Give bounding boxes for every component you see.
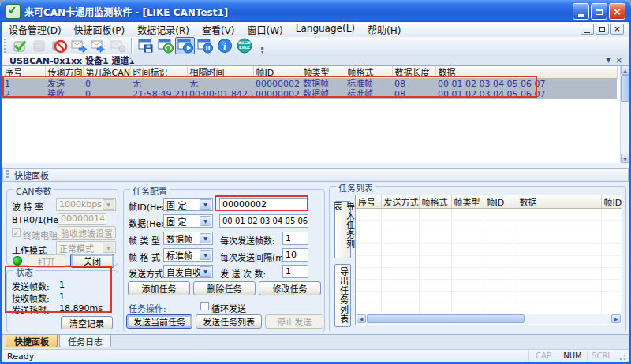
message-table: 序号传输方向第几路CAN时间标识相隔时间帧ID帧类型帧格式数据长度数据1发送0无… (2, 65, 620, 163)
task-column-header[interactable]: 帧ID (484, 195, 517, 209)
send-current-task-button[interactable]: 发送当前任务 (126, 314, 192, 329)
record-disabled-icon (110, 37, 127, 54)
interval-label: 每次发送间隔(ms) (220, 251, 292, 263)
frame-id-input[interactable]: 00000002 (219, 198, 308, 211)
column-header[interactable]: 序号 (2, 65, 45, 79)
maximize-button[interactable] (591, 3, 607, 20)
column-header[interactable]: 数据长度 (392, 65, 435, 79)
minimize-button[interactable] (573, 3, 589, 20)
open-device-button[interactable] (9, 37, 29, 54)
task-column-header[interactable]: 帧类型 (451, 195, 484, 209)
task-column-header[interactable]: 序号 (356, 195, 381, 209)
modify-task-button[interactable]: 修改任务 (259, 281, 321, 295)
menu-item-5[interactable]: Language(L) (289, 21, 361, 38)
menu-item-0[interactable]: 设备管理(D) (2, 21, 68, 38)
send-times-input[interactable]: 1 (282, 265, 308, 278)
task-empty-row[interactable] (356, 209, 622, 221)
mdi-close-button[interactable]: × (610, 24, 624, 35)
column-header[interactable]: 时间标识 (130, 65, 187, 79)
pause-display-button[interactable] (195, 37, 215, 54)
tab-usbcan-channel[interactable]: USBCAN-0x1xx 设备1 通道1 × (3, 54, 136, 65)
close-button[interactable]: × (609, 3, 625, 20)
start-display-button[interactable] (175, 37, 195, 54)
task-cell (419, 256, 451, 268)
column-header[interactable]: 相隔时间 (187, 65, 253, 79)
dock-panel-caption[interactable]: 快捷面板 (2, 168, 629, 182)
column-header[interactable]: 帧类型 (301, 65, 345, 79)
add-task-button[interactable]: 添加任务 (128, 281, 190, 295)
bottom-tab-inactive[interactable]: 任务日志 (59, 335, 111, 347)
task-empty-row[interactable] (356, 256, 622, 268)
column-header[interactable]: 数据 (435, 65, 617, 79)
tab-list-dropdown-button[interactable]: ▼ (606, 56, 611, 64)
message-cell: 数据帧 (301, 79, 345, 90)
toolbar-grip[interactable] (4, 39, 6, 53)
resize-grip[interactable] (616, 351, 627, 362)
frame-type-combo[interactable]: 数据帧 ▼ (163, 232, 213, 245)
export-task-list-button[interactable]: 导出任务列表 (334, 264, 351, 327)
delete-task-button[interactable]: 删除任务 (193, 281, 256, 295)
send-frame-button[interactable] (69, 37, 88, 54)
send-file-button[interactable] (88, 37, 108, 54)
message-row[interactable]: 1发送0无无00000002数据帧标准帧0800 01 02 03 04 05 … (2, 79, 617, 90)
mdi-minimize-button[interactable] (581, 24, 594, 35)
data-mode-combo[interactable]: 固 定 ▼ (163, 214, 213, 228)
task-empty-row[interactable] (356, 244, 622, 256)
task-cell (517, 268, 601, 280)
import-task-list-button[interactable]: 导入任务列表 (334, 201, 351, 258)
loop-send-checkbox[interactable] (200, 302, 209, 310)
menu-item-3[interactable]: 查看(V) (196, 21, 241, 38)
baud-label: 波 特 率 (12, 200, 43, 213)
task-empty-row[interactable] (356, 221, 622, 232)
bottom-tab-active[interactable]: 快捷面板 (6, 335, 58, 347)
task-column-header[interactable]: 帧ID方 (601, 195, 622, 209)
scroll-left-button[interactable]: ◀ (357, 314, 366, 323)
task-empty-row[interactable] (356, 268, 622, 280)
toolbar-overflow-button[interactable]: ▪▾ (259, 38, 266, 54)
task-cell (451, 256, 484, 268)
frame-id-mode-combo[interactable]: 固 定 ▼ (163, 198, 213, 211)
scroll-right-button[interactable]: ▶ (611, 314, 621, 323)
hscroll-thumb[interactable] (367, 314, 525, 323)
task-cell (484, 292, 517, 303)
task-empty-row[interactable] (356, 292, 622, 303)
about-info-button[interactable]: i (215, 37, 234, 54)
device-disabled-button[interactable] (29, 37, 49, 54)
toolbar: i CAN LIKE ▪▾ (2, 37, 629, 54)
message-row[interactable]: 2接收021:58:49.210.84000:00:01.842.2000000… (2, 89, 617, 99)
tab-close-button[interactable]: × (616, 56, 622, 65)
send-task-list-button[interactable]: 发送任务列表 (196, 314, 262, 329)
task-cell (381, 280, 419, 292)
menu-item-2[interactable]: 数据记录(R) (131, 21, 196, 38)
elapsed-value: 18.890ms (59, 303, 103, 314)
column-header[interactable]: 第几路CAN (83, 65, 130, 79)
menu-item-4[interactable]: 窗口(W) (241, 21, 289, 38)
message-cell: 08 (392, 79, 435, 90)
column-header[interactable]: 传输方向 (45, 65, 83, 79)
save-data-button[interactable] (136, 37, 155, 54)
task-column-header[interactable]: 帧格式 (419, 195, 451, 209)
menu-item-1[interactable]: 快捷面板(P) (68, 21, 132, 38)
like-logo-button[interactable]: CAN LIKE (234, 37, 254, 54)
tab-close-icon[interactable]: × (140, 56, 146, 65)
task-empty-row[interactable] (356, 280, 622, 292)
clear-record-button[interactable]: 清空记录 (61, 316, 113, 329)
task-column-header[interactable]: 发送方式 (381, 195, 419, 209)
per-count-input[interactable]: 1 (282, 232, 308, 245)
frame-format-combo[interactable]: 标准帧 ▼ (163, 248, 213, 262)
close-device-button[interactable] (49, 37, 69, 54)
send-mode-combo[interactable]: 自发自收 ▼ (163, 265, 213, 278)
message-cell: 1 (2, 79, 45, 90)
record-disabled-button[interactable] (108, 37, 128, 54)
menu-item-6[interactable]: 帮助(H) (361, 21, 407, 38)
mdi-restore-button[interactable] (596, 24, 609, 35)
column-header[interactable]: 帧ID (253, 65, 301, 79)
data-input[interactable]: 00 01 02 03 04 05 06 07 (219, 214, 308, 228)
task-list-hscrollbar[interactable]: ◀ ▶ (357, 314, 621, 324)
interval-input[interactable]: 10 (282, 248, 308, 262)
task-column-header[interactable]: 数据 (517, 195, 601, 209)
refresh-display-button[interactable] (155, 37, 175, 54)
close-channel-button[interactable]: 关闭 (70, 254, 114, 268)
task-empty-row[interactable] (356, 232, 622, 244)
column-header[interactable]: 帧格式 (345, 65, 392, 79)
